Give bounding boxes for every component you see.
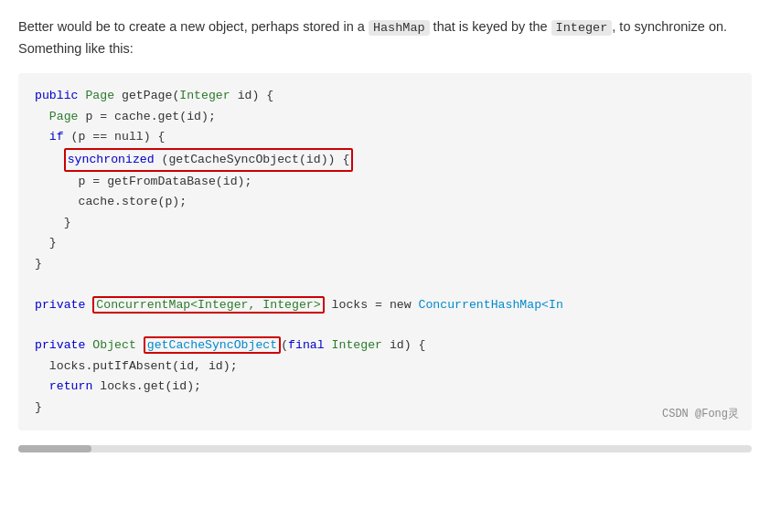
code-line-15: return locks.get(id); xyxy=(35,377,735,397)
code-line-8: } xyxy=(35,233,735,253)
code-line-16: } xyxy=(35,398,735,418)
desc-text-before: Better would be to create a new object, … xyxy=(18,19,369,34)
desc-text-middle: that is keyed by the xyxy=(430,19,551,34)
code-line-2: Page p = cache.get(id); xyxy=(35,107,735,127)
code-line-empty-2 xyxy=(35,315,735,335)
code-block: public Page getPage(Integer id) { Page p… xyxy=(18,73,752,431)
code-line-4-highlighted: synchronized (getCacheSyncObject(id)) { xyxy=(35,148,735,172)
scrollbar-thumb[interactable] xyxy=(18,445,91,452)
code-line-empty-1 xyxy=(35,274,735,294)
integer-inline-code: Integer xyxy=(551,20,613,36)
code-line-7: } xyxy=(35,213,735,233)
hashmap-inline-code: HashMap xyxy=(369,20,430,36)
scrollbar-track[interactable] xyxy=(18,445,752,452)
code-line-6: cache.store(p); xyxy=(35,192,735,212)
code-line-14: locks.putIfAbsent(id, id); xyxy=(35,356,735,377)
code-line-3: if (p == null) { xyxy=(35,127,735,147)
code-line-13: private Object getCacheSyncObject(final … xyxy=(35,335,735,356)
page-container: Better would be to create a new object, … xyxy=(0,0,770,532)
code-line-5: p = getFromDataBase(id); xyxy=(35,172,735,192)
description-paragraph: Better would be to create a new object, … xyxy=(18,16,752,60)
code-line-9: } xyxy=(35,254,735,274)
code-line-11: private ConcurrentMap<Integer, Integer> … xyxy=(35,295,735,315)
watermark: CSDN @Fong灵 xyxy=(662,405,739,423)
code-line-1: public Page getPage(Integer id) { xyxy=(35,86,735,106)
